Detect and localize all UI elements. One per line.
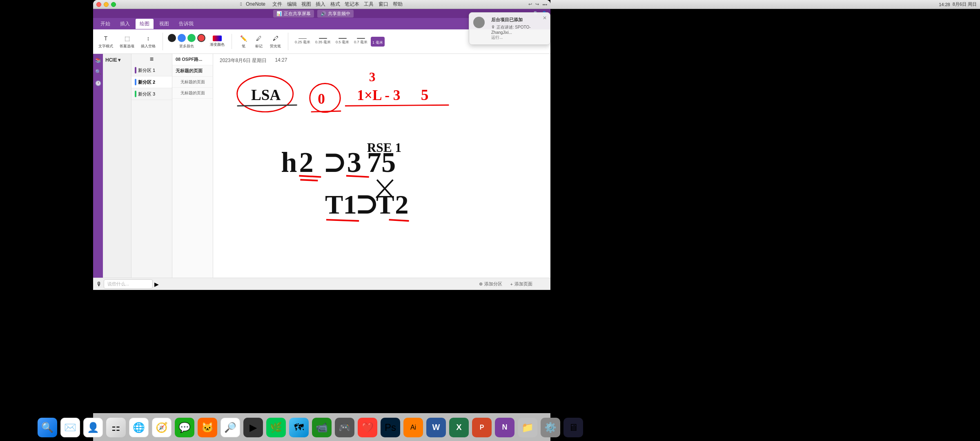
dock-photoshop[interactable]: Ps [381,418,400,437]
dock-chrome[interactable]: 🌐 [129,418,149,437]
add-page-button[interactable]: + 添加页面 [508,280,535,288]
marker-button[interactable]: 🖊 标记 [252,33,265,50]
dock-maps[interactable]: 🗺 [289,418,309,437]
dock-launchpad[interactable]: ⚏ [106,418,126,437]
page-4[interactable]: 无标题的页面 [172,88,213,99]
menu-view[interactable]: 视图 [300,0,313,8]
tab-start[interactable]: 开始 [96,19,114,29]
highlight-button[interactable]: 🖍 荧光笔 [268,33,283,50]
dock-excel[interactable]: X [449,418,469,437]
mic-icon[interactable]: 🎙 [96,281,102,287]
section-3[interactable]: 新分区 3 [131,88,172,100]
minimize-button[interactable] [104,2,109,7]
dock-search2[interactable]: 🔎 [220,418,240,437]
sidebar-search-icon[interactable]: 🔍 [94,68,102,76]
apple-logo:  [240,1,242,7]
answer-select-button[interactable]: ⬚ 答案选项 [118,33,136,50]
menu-notebook[interactable]: 笔记本 [343,0,361,8]
dock-finder[interactable]: 🔍 [38,418,57,437]
dock-app23[interactable]: 🖥 [564,418,583,437]
body-area: 📚 🔍 🕐 HCIE ▾ ≡ 新分区 1 新分区 2 [93,54,550,278]
text-mode-button[interactable]: T 文字模式 [96,33,115,50]
color-blue[interactable] [178,34,186,42]
stroke-1[interactable]: 1 毫米 [371,37,385,47]
voice-input[interactable]: 说些什么... [104,279,153,289]
stroke-035[interactable]: 0.35 毫米 [314,37,332,46]
page-1[interactable]: 08 OSPF路... [172,54,213,65]
svg-text:h: h [281,146,297,178]
stroke-025[interactable]: 0.25 毫米 [293,37,312,46]
section-1[interactable]: 新分区 1 [131,65,172,76]
dock-app14[interactable]: 🎮 [335,418,354,437]
close-button[interactable] [96,2,101,7]
maximize-button[interactable] [111,2,116,7]
page-2[interactable]: 无标题的页面 [172,65,213,77]
notif-body: 🎙 正在讲述: SPOTO-ZhangJixi... [491,24,546,35]
dock-app15[interactable]: ❤️ [358,418,377,437]
dock-finder2[interactable]: 📁 [518,418,537,437]
svg-point-3 [310,83,340,112]
dock-safari[interactable]: 🧭 [152,418,172,437]
color-green[interactable] [187,34,196,42]
svg-line-26 [389,220,409,221]
menu-window[interactable]: 窗口 [377,0,390,8]
audio-share-button[interactable]: 🔊 共享音频中 [317,10,354,18]
dock-app8[interactable]: 🐱 [198,418,217,437]
dock-facetime[interactable]: 📹 [312,418,332,437]
system-menu-bar: 14:28 8月6日 周日 [550,0,980,9]
tab-draw[interactable]: 绘图 [136,19,154,29]
menu-insert[interactable]: 插入 [314,0,327,8]
canvas-area[interactable]: 2023年8月6日 星期日 14:27 LSA 0 3 1×L - 3 [213,54,550,278]
voice-expand-icon[interactable]: ▶ [154,281,159,287]
dock-wechat[interactable]: 💬 [175,418,194,437]
more-colors-label[interactable]: 更多颜色 [179,44,194,49]
menu-edit[interactable]: 编辑 [285,0,298,8]
dock-ppt[interactable]: P [472,418,492,437]
mic-small-icon: 🎙 [491,25,495,29]
stroke-07[interactable]: 0.7 毫米 [352,37,369,47]
tab-view[interactable]: 视图 [155,19,173,29]
insert-space-button[interactable]: ↕ 插入空格 [139,33,158,50]
menu-help[interactable]: 帮助 [391,0,404,8]
notif-close-button[interactable]: ✕ [543,15,547,21]
page-2-title: 无标题的页面 [176,68,209,74]
color-picker-group: 更多颜色 [168,34,205,49]
page-sort-button[interactable]: ≡ [131,54,172,65]
color-black[interactable] [168,34,176,42]
dock-onenote[interactable]: N [495,418,514,437]
notif-avatar [473,17,485,28]
sidebar-notebook-icon[interactable]: 📚 [94,56,102,65]
svg-text:75: 75 [367,146,396,178]
page-3[interactable]: 无标题的页面 [172,77,213,88]
tab-help[interactable]: 告诉我 [175,19,198,29]
dock-ai[interactable]: Ai [403,418,423,437]
dock-mail[interactable]: ✉️ [60,418,80,437]
undo-icon[interactable]: ↩ [528,2,532,7]
menu-file[interactable]: 文件 [271,0,284,8]
pen-button[interactable]: ✏️ 笔 [237,33,250,50]
sys-time: 14:28 [939,2,950,7]
stroke-05[interactable]: 0.5 毫米 [334,37,351,46]
section-2[interactable]: 新分区 2 [131,76,172,88]
notif-text: 后台项目已添加 🎙 正在讲述: SPOTO-ZhangJixi... 运行... [491,17,546,40]
sidebar-recent-icon[interactable]: 🕐 [94,79,102,87]
color-red[interactable] [197,34,205,42]
dock-app10[interactable]: ▶ [243,418,263,437]
tab-insert[interactable]: 插入 [116,19,134,29]
dock-app11[interactable]: 🌿 [266,418,286,437]
answer-select-icon: ⬚ [122,34,131,43]
section-2-label: 新分区 2 [138,79,155,85]
add-section-button[interactable]: ⊕ 添加分区 [477,280,505,288]
screen-share-button[interactable]: 📊 正在共享屏幕 [273,10,314,18]
more-icon[interactable]: ••• [542,2,547,7]
menu-format[interactable]: 格式 [329,0,342,8]
gradient-button[interactable]: 渐变颜色 [208,34,227,49]
dock-word[interactable]: W [426,418,446,437]
dock-settings[interactable]: ⚙️ [541,418,560,437]
dock-contacts[interactable]: 👤 [83,418,103,437]
menu-tools[interactable]: 工具 [362,0,375,8]
redo-icon[interactable]: ↪ [535,2,539,7]
dock-trash[interactable]: 🗑 [586,418,606,437]
page-panel: 08 OSPF路... 无标题的页面 无标题的页面 无标题的页面 [172,54,213,278]
notebook-header[interactable]: HCIE ▾ [103,56,131,65]
